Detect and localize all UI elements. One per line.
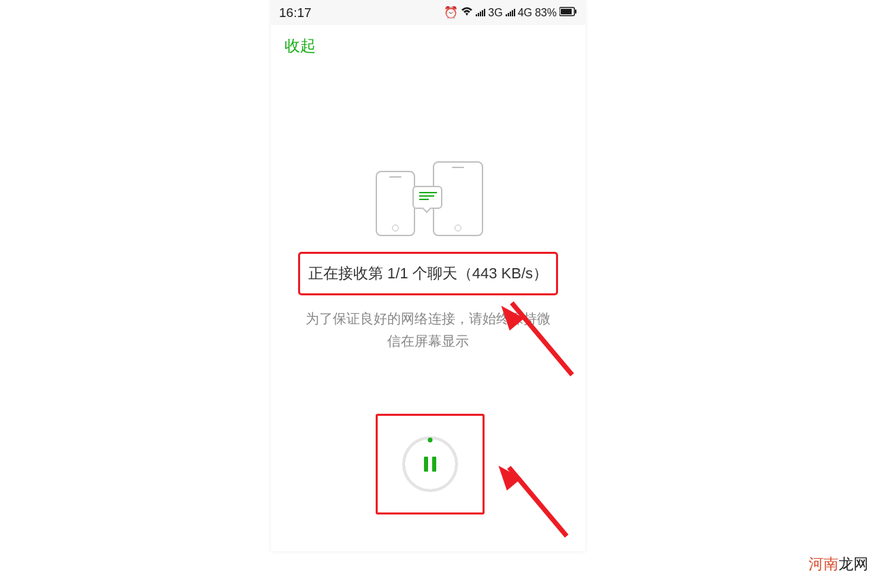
watermark: 河南龙网 xyxy=(808,554,868,574)
transfer-status-text: 正在接收第 1/1 个聊天（443 KB/s） xyxy=(307,262,549,285)
signal-3g-icon xyxy=(476,7,485,18)
svg-rect-1 xyxy=(478,13,479,16)
network-3g-label: 3G xyxy=(488,7,502,19)
content-area: 正在接收第 1/1 个聊天（443 KB/s） 为了保证良好的网络连接，请始终保… xyxy=(271,66,585,353)
watermark-part2: 龙网 xyxy=(838,555,868,572)
network-4g-label: 4G xyxy=(518,7,532,19)
status-icons: ⏰ 3G 4G 83% xyxy=(444,7,577,19)
signal-4g-icon xyxy=(506,7,515,18)
svg-rect-7 xyxy=(510,12,511,16)
svg-rect-11 xyxy=(561,9,572,14)
battery-percent: 83% xyxy=(535,7,557,19)
svg-rect-9 xyxy=(514,9,515,16)
status-highlight-box: 正在接收第 1/1 个聊天（443 KB/s） xyxy=(298,252,558,295)
wifi-icon xyxy=(461,7,473,18)
alarm-icon: ⏰ xyxy=(444,7,458,18)
transfer-illustration-icon xyxy=(370,161,486,240)
status-time: 16:17 xyxy=(279,5,312,20)
svg-rect-2 xyxy=(480,12,481,16)
pause-icon xyxy=(424,457,436,472)
svg-rect-0 xyxy=(476,14,477,16)
svg-rect-8 xyxy=(512,10,513,16)
pause-button[interactable] xyxy=(404,438,456,490)
svg-rect-4 xyxy=(484,9,485,16)
svg-rect-5 xyxy=(506,14,507,16)
svg-rect-6 xyxy=(508,13,509,16)
status-bar: 16:17 ⏰ 3G 4G 83% xyxy=(271,0,585,25)
back-button[interactable]: 收起 xyxy=(284,35,316,56)
svg-rect-12 xyxy=(575,10,576,14)
nav-bar: 收起 xyxy=(271,25,585,66)
battery-icon xyxy=(559,7,577,18)
watermark-part1: 河南 xyxy=(808,555,838,572)
pause-highlight-box xyxy=(376,414,485,514)
svg-rect-3 xyxy=(482,10,483,16)
